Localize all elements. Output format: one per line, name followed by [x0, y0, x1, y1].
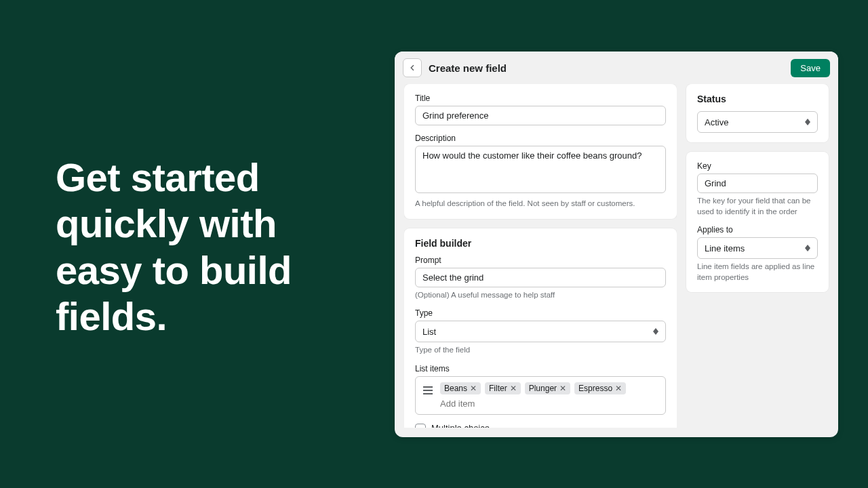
description-helper: A helpful description of the field. Not … — [415, 199, 666, 209]
applies-to-helper: Line item fields are applied as line ite… — [697, 262, 818, 283]
status-select-value: Active — [705, 117, 728, 127]
list-items-input[interactable]: Beans✕ Filter✕ Plunger✕ Espresso✕ — [415, 376, 666, 415]
select-arrows-icon — [805, 245, 810, 251]
multiple-choice-checkbox[interactable] — [415, 424, 426, 428]
key-label: Key — [697, 161, 818, 171]
applies-to-select[interactable]: Line items — [697, 237, 818, 259]
back-button[interactable] — [403, 58, 422, 77]
create-field-modal: Create new field Save Title Description … — [395, 52, 838, 437]
modal-header: Create new field Save — [395, 52, 838, 84]
description-label: Description — [415, 134, 666, 143]
applies-to-label: Applies to — [697, 225, 818, 235]
multiple-choice-row: Multiple choice Allow multiple selection… — [415, 423, 666, 428]
prompt-label: Prompt — [415, 256, 666, 265]
type-select[interactable]: List — [415, 321, 666, 342]
main-column: Title Description How would the customer… — [404, 84, 677, 428]
basics-card: Title Description How would the customer… — [404, 84, 677, 219]
type-helper: Type of the field — [415, 345, 666, 356]
tag-remove-icon[interactable]: ✕ — [470, 384, 477, 392]
multiple-choice-label: Multiple choice — [431, 423, 519, 428]
status-heading: Status — [697, 94, 818, 104]
list-items-label: List items — [415, 364, 666, 373]
tag-item: Espresso✕ — [574, 382, 626, 394]
key-input[interactable] — [697, 174, 818, 193]
builder-heading: Field builder — [415, 238, 666, 249]
key-helper: The key for your field that can be used … — [697, 196, 818, 217]
prompt-input[interactable] — [415, 268, 666, 287]
svg-rect-2 — [423, 393, 433, 394]
select-arrows-icon — [805, 119, 810, 125]
tag-item: Beans✕ — [440, 382, 481, 394]
tag-item: Plunger✕ — [525, 382, 570, 394]
modal-body: Title Description How would the customer… — [395, 84, 838, 437]
tag-item: Filter✕ — [485, 382, 521, 394]
tag-remove-icon[interactable]: ✕ — [615, 384, 622, 392]
tag-list: Beans✕ Filter✕ Plunger✕ Espresso✕ — [440, 382, 660, 394]
title-label: Title — [415, 94, 666, 103]
status-card: Status Active — [686, 84, 829, 142]
list-icon — [421, 384, 435, 397]
applies-to-value: Line items — [705, 243, 745, 253]
select-arrows-icon — [653, 328, 658, 335]
arrow-left-icon — [408, 63, 417, 73]
tag-remove-icon[interactable]: ✕ — [559, 384, 566, 392]
type-label: Type — [415, 308, 666, 318]
status-select[interactable]: Active — [697, 111, 818, 133]
side-column: Status Active Key The key for your field… — [686, 84, 829, 428]
svg-rect-1 — [423, 390, 433, 391]
save-button[interactable]: Save — [791, 59, 830, 77]
field-builder-card: Field builder Prompt (Optional) A useful… — [404, 228, 677, 428]
description-textarea[interactable]: How would the customer like their coffee… — [415, 146, 666, 193]
prompt-helper: (Optional) A useful message to help staf… — [415, 290, 666, 301]
add-item-input[interactable] — [440, 399, 660, 409]
hero-headline: Get started quickly with easy to build f… — [56, 155, 354, 340]
type-select-value: List — [422, 327, 436, 337]
tag-remove-icon[interactable]: ✕ — [510, 384, 517, 392]
modal-title: Create new field — [429, 62, 791, 74]
svg-rect-0 — [423, 386, 433, 388]
config-card: Key The key for your field that can be u… — [686, 152, 829, 292]
title-input[interactable] — [415, 106, 666, 125]
